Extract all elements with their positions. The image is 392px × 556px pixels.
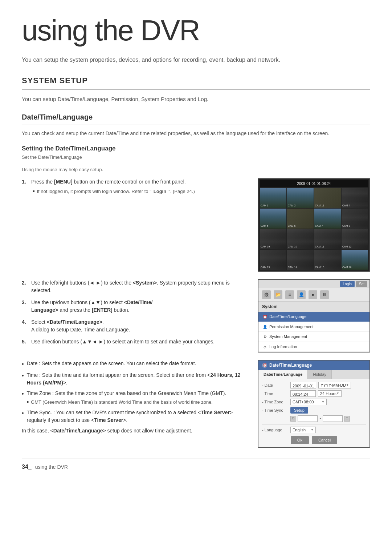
setting-subheading: Setting the Date/Time/Language [22,144,370,153]
dtl-date-row: - Date 2009 -01-01 YYYY-MM-DD ▼ [262,382,366,388]
bullet-date: Date : Sets the date appears on the scre… [22,360,250,368]
page-footer: 34_ using the DVR [22,459,370,471]
sys-menu-item-permission[interactable]: 👤 Permission Management [258,322,369,332]
sys-menu-item-log[interactable]: ◇ Log Information [258,342,369,352]
dtl-timesync-range: □ ~ □ [290,415,350,422]
dtl-time-format-select[interactable]: 24 Hours ▼ [318,390,342,397]
step-1: Press the [MENU] button on the remote co… [22,178,250,195]
dtl-date-label: - Date [262,382,288,388]
dvr-camera-grid: CAM 1 CAM 2 CAM 11 CAM 4 CAM 5 [260,188,368,270]
dvr-cam-13: CAM 13 [260,250,286,270]
bullet-list: Date : Sets the date appears on the scre… [22,360,250,424]
section-heading: SYSTEM SETUP [22,74,370,90]
dtl-ok-button[interactable]: Ok [291,436,309,444]
dtl-language-select[interactable]: English ▼ [290,427,316,433]
dvr-cam-4: CAM 4 [342,188,368,208]
dtl-cancel-button[interactable]: Cancel [312,436,337,444]
setting-note-2: Using the mouse may help easy setup. [22,166,370,173]
dtl-time-row: - Time 08:14:24 24 Hours ▼ [262,390,366,397]
page-title: using the DVR [22,15,370,47]
dtl-timezone-select[interactable]: GMT+08:00 ▼ [290,399,327,405]
sys-menu-topbar: Login Set [258,280,369,288]
bullet-timesync: Time Sync. : You can set the DVR's curre… [22,409,250,424]
dtl-timesync-check[interactable]: □ [290,416,296,422]
timesync-note: In this case, <Date/Time/Language> setup… [22,427,250,435]
sys-menu-item-datetime-label: Date/Time/Language [269,314,306,320]
step-1-note: If not logged in, it prompts with login … [31,188,250,195]
dtl-timesync-button[interactable]: Setup [290,407,308,414]
sys-icon-4: 👤 [297,290,306,299]
dtl-title-bar: ⏰ Date/Time/Language [258,360,369,370]
dvr-cam-5: CAM 5 [260,209,286,229]
dtl-language-label: - Language [262,427,288,433]
log-icon: ◇ [263,345,267,349]
system-mgmt-icon: ⚙ [263,335,267,339]
subsection-heading: Date/Time/Language [22,112,370,125]
dvr-cam-11b: CAM 11 [314,229,341,249]
login-btn: Login [340,281,355,287]
sys-icon-6: 🖥 [320,290,329,299]
dvr-cam-11: CAM 11 [314,188,341,208]
bullet-timezone: Time Zone : Sets the time zone of your a… [22,390,250,406]
sys-icon-2: 📂 [274,290,282,299]
dtl-timesync-server2[interactable] [323,415,343,422]
dvr-cam-15: CAM 15 [314,250,341,270]
dtl-tab-holiday[interactable]: Holiday [308,370,332,379]
dtl-timesync-row: - Time Sync Setup [262,407,366,414]
footer-text: using the DVR [35,463,68,471]
dvr-cam-2: CAM 2 [287,188,314,208]
bullet-time: Time : Sets the time and its format appe… [22,371,250,387]
sys-menu-item-system-label: System Management [269,334,307,340]
title-rule [22,49,370,49]
dtl-dialog-right: ⏰ Date/Time/Language Date/Time/Language … [258,360,370,448]
bullet-section: Date : Sets the date appears on the scre… [22,360,370,448]
dtl-timesync-label: - Time Sync [262,407,288,414]
dvr-cam-12: CAM 12 [342,229,368,249]
section-subtitle: You can setup Date/Time/Language, Permis… [22,95,370,104]
dtl-button-row: Ok Cancel [262,436,366,444]
dvr-cam-16: CAM 16 [342,250,368,270]
footer-page-number: 34_ [22,463,32,471]
setting-note-1: Set the Date/Time/Language [22,154,370,161]
dtl-divider [262,424,366,424]
dtl-date-format-select[interactable]: YYYY-MM-DD ▼ [318,382,351,388]
dtl-timesync-server1[interactable] [298,415,318,422]
sys-menu-section-label: System [258,302,369,312]
dtl-timezone-row: - Time Zone GMT+08:00 ▼ [262,399,366,405]
dtl-time-label: - Time [262,391,288,397]
subsection-desc: You can check and setup the current Date… [22,129,370,137]
dtl-title-icon: ⏰ [262,363,267,368]
screenshots-right: 2009-01-01 01:08:24 CAM 1 CAM 2 CAM 11 [258,178,370,272]
dtl-tab-datetime[interactable]: Date/Time/Language [258,370,308,379]
steps-list: Press the [MENU] button on the remote co… [22,178,250,195]
dtl-timesync-range-row: □ ~ □ [262,415,366,422]
system-menu-screenshot: Login Set 🖼 📂 ≡ 👤 ● 🖥 System ⏰ Date/Time… [258,279,370,352]
sys-icon-5: ● [309,290,317,299]
step-3: Use the up/down buttons (▲▼) to select <… [22,299,250,314]
dtl-time-input[interactable]: 08:14:24 [290,390,316,397]
dvr-camera-screenshot: 2009-01-01 01:08:24 CAM 1 CAM 2 CAM 11 [258,178,370,272]
step-4: Select <Date/Time/Language>.A dialog to … [22,318,250,334]
sys-icon-1: 🖼 [262,290,271,299]
set-btn: Set [356,281,367,287]
steps-2-5-left: Use the left/right buttons (◄ ►) to sele… [22,279,250,352]
dtl-tabs: Date/Time/Language Holiday [258,370,369,379]
steps-left: Press the [MENU] button on the remote co… [22,178,250,272]
sys-icon-3: ≡ [285,290,294,299]
steps-2-5-section: Use the left/right buttons (◄ ►) to sele… [22,279,370,352]
dtl-date-input[interactable]: 2009 -01-01 [290,382,316,388]
steps-2-5-list: Use the left/right buttons (◄ ►) to sele… [22,279,250,346]
dvr-top-bar: 2009-01-01 01:08:24 [260,180,368,187]
datetime-icon: ⏰ [263,315,267,319]
dtl-title-text: Date/Time/Language [269,362,312,368]
sys-menu-item-permission-label: Permission Management [269,324,314,330]
timezone-note: GMT (Greenwich Mean Time) is standard Wo… [27,399,226,406]
sys-menu-item-datetime[interactable]: ⏰ Date/Time/Language [258,312,369,322]
sys-menu-items-list: ⏰ Date/Time/Language 👤 Permission Manage… [258,312,369,352]
dvr-cam-6: CAM 6 [287,209,314,229]
permission-icon: 👤 [263,325,267,329]
dvr-cam-7: CAM 7 [314,209,341,229]
sys-menu-icons: 🖼 📂 ≡ 👤 ● 🖥 [258,288,369,302]
dtl-timesync-check2[interactable]: □ [344,416,350,422]
sys-menu-item-system[interactable]: ⚙ System Management [258,332,369,342]
